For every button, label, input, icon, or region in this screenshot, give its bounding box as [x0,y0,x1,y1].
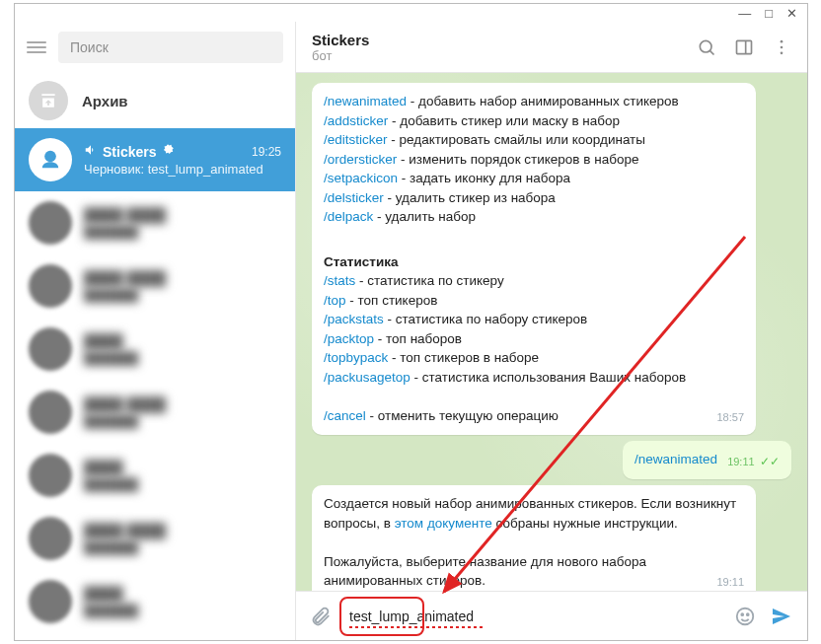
message-time: 19:11 ✓✓ [727,454,780,470]
app-window: — □ ✕ Поиск Архив [14,3,808,641]
message-out[interactable]: /newanimated 19:11 ✓✓ [623,441,791,479]
bot-avatar-icon [29,138,72,181]
command-link[interactable]: /stats [324,273,355,288]
chat-header: Stickers бот [296,22,807,73]
composer [296,591,807,640]
command-link[interactable]: /packusagetop [324,370,410,385]
message-in[interactable]: /newanimated - добавить набор анимирован… [312,83,756,435]
chat-title: Stickers [312,32,369,48]
search-icon[interactable] [697,37,716,57]
command-link[interactable]: /editsticker [324,132,388,147]
svg-point-6 [781,45,784,48]
command-link[interactable]: /newanimated [324,94,407,108]
more-icon[interactable] [772,37,791,57]
chat-item[interactable]: ██████████ [15,570,295,633]
window-close[interactable]: ✕ [786,6,797,21]
svg-point-5 [781,39,784,42]
draft-label: Черновик: [84,162,144,177]
section-header: Статистика [324,252,398,272]
chat-item[interactable]: ██████████ [15,318,295,381]
double-check-icon: ✓✓ [757,455,780,468]
draft-text: test_lump_animated [144,162,263,177]
spellcheck-underline [349,626,483,628]
emoji-icon[interactable] [734,606,756,627]
search-input[interactable]: Поиск [58,32,283,63]
attach-icon[interactable] [310,606,332,627]
message-time: 19:11 [716,575,744,591]
send-icon[interactable] [770,605,793,628]
chat-item[interactable]: ████ ██████████ [15,381,295,444]
hamburger-icon[interactable] [27,38,46,56]
chat-name: Stickers [103,144,156,160]
chat-time: 19:25 [252,145,281,159]
command-link[interactable]: /setpackicon [324,171,398,185]
chat-list: Stickers 19:25 Черновик: test_lump_anima… [15,128,295,640]
svg-point-9 [741,613,743,615]
command-link[interactable]: /newanimated [634,452,717,466]
messages-area: /newanimated - добавить набор анимирован… [296,73,807,591]
chat-item[interactable]: ████ ██████████ [15,254,295,318]
command-link[interactable]: /delsticker [324,190,384,205]
command-link[interactable]: /delpack [324,209,373,224]
window-minimize[interactable]: — [738,6,751,21]
message-time: 18:57 [716,410,744,426]
chat-item[interactable]: ████ ██████████ [15,191,295,254]
svg-point-8 [737,608,754,624]
svg-point-10 [747,613,749,615]
message-in[interactable]: Создается новый набор анимированных стик… [312,485,756,591]
chat-item[interactable]: ██████████ [15,444,295,507]
archive-icon [29,81,68,120]
svg-point-7 [781,51,784,54]
command-link[interactable]: /packstats [324,312,384,326]
command-link[interactable]: /cancel [324,408,366,423]
chat-item[interactable]: ████ ██████████ [15,507,295,570]
window-titlebar: — □ ✕ [15,4,807,22]
command-link[interactable]: /addsticker [324,113,388,128]
side-panel-icon[interactable] [734,37,754,57]
sidebar: Поиск Архив [15,22,296,640]
svg-point-1 [700,40,711,52]
window-maximize[interactable]: □ [765,6,773,21]
command-link[interactable]: /topbypack [324,350,388,365]
chat-item-stickers[interactable]: Stickers 19:25 Черновик: test_lump_anima… [15,128,295,191]
doc-link[interactable]: этом документе [395,516,492,531]
svg-rect-3 [737,40,752,53]
archive-label: Архив [82,93,128,109]
verified-icon [161,143,175,160]
chat-subtitle: бот [312,48,369,63]
command-link[interactable]: /top [324,293,346,308]
archive-row[interactable]: Архив [15,73,295,128]
command-link[interactable]: /ordersticker [324,152,397,167]
svg-point-0 [44,151,56,163]
main-panel: Stickers бот /newanimated - добавить наб… [296,22,807,640]
svg-line-2 [709,50,713,54]
command-link[interactable]: /packtop [324,331,374,346]
speaker-icon [84,143,98,160]
